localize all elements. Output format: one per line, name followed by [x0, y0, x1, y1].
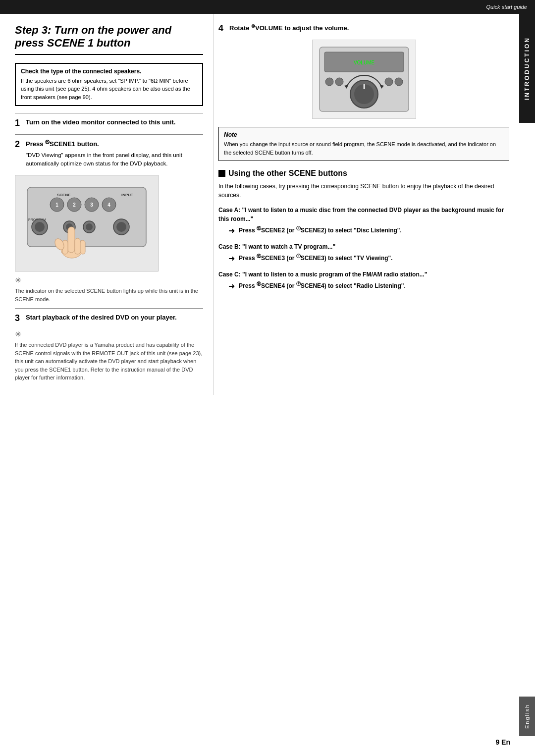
volume-knob-image: VOLUME [312, 40, 416, 119]
svg-point-17 [86, 223, 93, 230]
note-title: Note [224, 131, 504, 138]
main-content: Step 3: Turn on the power and press SCEN… [0, 14, 519, 395]
svg-text:4: 4 [107, 202, 110, 208]
step2-title: Press ⑮SCENE1 button. [26, 140, 99, 149]
tip-2: ✳ If the connected DVD player is a Yamah… [15, 329, 203, 382]
scene-device-svg: SCENE 1 2 3 4 INPUT PROGRAM [17, 177, 156, 269]
warning-body: If the speakers are 6 ohm speakers, set … [21, 77, 197, 102]
case-a-action: ➜ Press ⑮SCENE2 (or ⒻSCENE2) to select "… [228, 225, 509, 235]
divider-2 [15, 134, 203, 135]
case-b-press: Press ⑮SCENE3 (or ⒻSCENE3) to select "TV… [239, 253, 393, 263]
case-b: Case B: "I want to watch a TV program...… [218, 242, 509, 263]
step-2: 2 Press ⑮SCENE1 button. "DVD Viewing" ap… [15, 140, 203, 168]
svg-text:SCENE: SCENE [57, 193, 71, 197]
case-a-label: Case A: "I want to listen to a music dis… [218, 206, 509, 223]
case-c-press: Press ⑮SCENE4 (or ⒻSCENE4) to select "Ra… [239, 281, 406, 290]
svg-rect-21 [68, 227, 75, 253]
scene-intro: In the following cases, try pressing the… [218, 182, 509, 200]
svg-point-35 [335, 78, 343, 86]
guide-label: Quick start guide [486, 4, 527, 10]
step1-title: Turn on the video monitor connected to t… [26, 118, 175, 127]
page-number: 9 En [495, 738, 510, 746]
svg-text:2: 2 [73, 202, 76, 208]
volume-svg: VOLUME [315, 42, 414, 116]
right-column: 4 Rotate ⑩VOLUME to adjust the volume. V… [213, 14, 519, 395]
case-c-label: Case C: "I want to listen to a music pro… [218, 270, 509, 279]
svg-point-34 [325, 78, 333, 86]
scene-section: Using the other SCENE buttons In the fol… [218, 169, 509, 291]
svg-point-36 [385, 78, 393, 86]
svg-text:1: 1 [55, 202, 58, 208]
black-square-icon [218, 170, 225, 177]
note-body: When you change the input source or soun… [224, 140, 504, 157]
case-a: Case A: "I want to listen to a music dis… [218, 206, 509, 235]
svg-point-13 [35, 222, 45, 232]
english-tab: English [519, 697, 535, 736]
step-4: 4 Rotate ⑩VOLUME to adjust the volume. [218, 24, 509, 33]
divider-1 [15, 113, 203, 113]
arrow-icon-a: ➜ [228, 226, 235, 235]
left-column: Step 3: Turn on the power and press SCEN… [0, 14, 213, 395]
step2-body: "DVD Viewing" appears in the front panel… [26, 151, 203, 168]
tip1-text: The indicator on the selected SCENE butt… [15, 287, 203, 303]
step-3: 3 Start playback of the desired DVD on y… [15, 314, 203, 323]
tip1-icon: ✳ [15, 275, 203, 285]
scene-button-image: SCENE 1 2 3 4 INPUT PROGRAM [15, 175, 159, 271]
page-title: Step 3: Turn on the power and press SCEN… [15, 24, 203, 55]
svg-rect-23 [80, 240, 85, 254]
introduction-tab: INTRODUCTION [519, 14, 535, 123]
svg-text:INPUT: INPUT [121, 193, 133, 197]
warning-box: Check the type of the connected speakers… [15, 63, 203, 107]
step4-title: Rotate ⑩VOLUME to adjust the volume. [229, 24, 349, 33]
scene-section-title: Using the other SCENE buttons [218, 169, 509, 178]
tip2-icon: ✳ [15, 329, 203, 339]
warning-title: Check the type of the connected speakers… [21, 68, 197, 75]
svg-text:3: 3 [90, 202, 93, 208]
tip-1: ✳ The indicator on the selected SCENE bu… [15, 275, 203, 303]
svg-text:VOLUME: VOLUME [353, 60, 374, 65]
svg-rect-22 [75, 238, 80, 254]
step3-title: Start playback of the desired DVD on you… [26, 314, 177, 322]
step-1: 1 Turn on the video monitor connected to… [15, 118, 203, 127]
case-c: Case C: "I want to listen to a music pro… [218, 270, 509, 291]
case-c-action: ➜ Press ⑮SCENE4 (or ⒻSCENE4) to select "… [228, 281, 509, 291]
tip2-text: If the connected DVD player is a Yamaha … [15, 341, 203, 382]
svg-point-19 [116, 222, 126, 232]
case-b-action: ➜ Press ⑮SCENE3 (or ⒻSCENE3) to select "… [228, 253, 509, 263]
arrow-icon-c: ➜ [228, 281, 235, 291]
english-label: English [524, 704, 530, 729]
note-box: Note When you change the input source or… [218, 127, 509, 161]
arrow-icon-b: ➜ [228, 254, 235, 263]
case-a-press: Press ⑮SCENE2 (or ⒻSCENE2) to select "Di… [239, 225, 402, 235]
svg-point-37 [395, 78, 403, 86]
divider-3 [15, 308, 203, 309]
case-b-label: Case B: "I want to watch a TV program...… [218, 242, 509, 251]
introduction-label: INTRODUCTION [524, 37, 531, 100]
top-bar: Quick start guide [0, 0, 535, 14]
